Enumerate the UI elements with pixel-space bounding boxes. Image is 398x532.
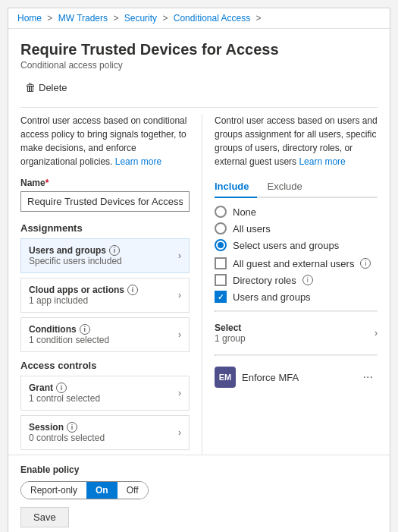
radio-select-users-label: Select users and groups <box>233 240 339 251</box>
group-ellipsis-button[interactable]: ··· <box>359 369 378 386</box>
radio-select-users[interactable]: Select users and groups <box>215 239 378 251</box>
access-controls-section-title: Access controls <box>20 360 190 371</box>
radio-group: None All users Select users and groups <box>215 206 378 251</box>
name-input[interactable] <box>20 191 190 212</box>
users-groups-info-icon[interactable]: i <box>109 245 120 256</box>
page-container: Home > MW Traders > Security > Condition… <box>8 8 390 532</box>
conditions-info-icon[interactable]: i <box>80 324 90 335</box>
breadcrumb-sep-1: > <box>47 13 55 24</box>
radio-select-users-circle <box>215 239 227 251</box>
checkbox-directory-roles-label: Directory roles <box>233 275 296 286</box>
access-control-session[interactable]: Session i 0 controls selected › <box>20 415 190 450</box>
guest-external-info-icon[interactable]: i <box>360 258 371 269</box>
access-control-grant-content: Grant i 1 control selected <box>29 382 178 404</box>
checkbox-guest-external-label: All guest and external users <box>233 258 354 269</box>
two-col-layout: Control user access based on conditional… <box>20 114 378 455</box>
page-title: Require Trusted Devices for Access <box>20 41 378 58</box>
access-control-grant-sub: 1 control selected <box>29 393 178 404</box>
grant-info-icon[interactable]: i <box>56 382 67 393</box>
users-groups-chevron-icon: › <box>178 250 181 261</box>
select-row-label: Select <box>215 323 246 333</box>
assignment-conditions[interactable]: Conditions i 1 condition selected › <box>20 317 190 352</box>
toggle-row: Report-only On Off <box>20 481 378 499</box>
directory-roles-info-icon[interactable]: i <box>302 275 313 285</box>
right-divider <box>215 310 378 312</box>
assignment-conditions-title: Conditions i <box>29 324 178 335</box>
breadcrumb-sep-2: > <box>113 13 121 24</box>
tab-exclude[interactable]: Exclude <box>268 176 310 198</box>
left-learn-more-link[interactable]: Learn more <box>115 156 161 167</box>
trash-icon: 🗑 <box>25 81 36 93</box>
radio-none-circle <box>215 206 227 218</box>
delete-button[interactable]: 🗑 Delete <box>20 78 72 96</box>
checkbox-directory-roles-box <box>215 274 227 286</box>
session-chevron-icon: › <box>178 427 181 438</box>
cloud-apps-info-icon[interactable]: i <box>127 285 138 295</box>
checkbox-group: All guest and external users i Directory… <box>215 257 378 303</box>
assignment-conditions-sub: 1 condition selected <box>29 335 178 345</box>
toggle-off[interactable]: Off <box>118 482 148 499</box>
breadcrumb-security[interactable]: Security <box>124 13 157 24</box>
access-control-session-content: Session i 0 controls selected <box>29 422 178 443</box>
checkbox-guest-external[interactable]: All guest and external users i <box>215 257 378 269</box>
enable-policy-label: Enable policy <box>20 464 378 475</box>
left-column: Control user access based on conditional… <box>20 114 202 455</box>
assignment-users-groups-content: Users and groups i Specific users includ… <box>29 245 178 266</box>
right-learn-more-link[interactable]: Learn more <box>299 156 345 167</box>
breadcrumb-mw-traders[interactable]: MW Traders <box>58 13 108 24</box>
group-item-enforce-mfa: EM Enforce MFA ··· <box>215 362 378 392</box>
assignment-users-groups[interactable]: Users and groups i Specific users includ… <box>20 238 190 273</box>
select-row[interactable]: Select 1 group › <box>215 318 378 348</box>
radio-all-users[interactable]: All users <box>215 222 378 235</box>
tab-row: Include Exclude <box>215 176 378 198</box>
access-control-session-sub: 0 controls selected <box>29 433 178 443</box>
checkbox-users-groups[interactable]: Users and groups <box>215 291 378 303</box>
select-row-chevron-icon: › <box>374 328 378 338</box>
bottom-bar: Enable policy Report-only On Off Save <box>8 455 390 532</box>
name-required: * <box>45 178 49 188</box>
delete-label: Delete <box>39 82 67 93</box>
select-row-content: Select 1 group <box>215 323 246 344</box>
assignment-cloud-apps[interactable]: Cloud apps or actions i 1 app included › <box>20 278 190 313</box>
assignment-conditions-content: Conditions i 1 condition selected <box>29 324 178 345</box>
right-description: Control user access based on users and g… <box>215 114 378 168</box>
conditions-chevron-icon: › <box>178 329 181 340</box>
breadcrumb: Home > MW Traders > Security > Condition… <box>8 8 390 29</box>
select-row-sub: 1 group <box>215 333 246 344</box>
breadcrumb-sep-4: > <box>256 13 262 24</box>
checkbox-directory-roles[interactable]: Directory roles i <box>215 274 378 286</box>
toggle-on[interactable]: On <box>86 482 118 499</box>
checkbox-guest-external-box <box>215 257 227 269</box>
assignment-cloud-apps-title: Cloud apps or actions i <box>29 285 178 295</box>
toggle-report-only[interactable]: Report-only <box>21 482 86 499</box>
access-control-grant[interactable]: Grant i 1 control selected › <box>20 376 190 411</box>
page-subtitle: Conditional access policy <box>20 60 378 71</box>
toolbar: 🗑 Delete <box>20 78 378 96</box>
breadcrumb-conditional-access[interactable]: Conditional Access <box>174 13 250 24</box>
toggle-group: Report-only On Off <box>20 481 149 499</box>
right-column: Control user access based on users and g… <box>202 114 378 455</box>
assignment-cloud-apps-sub: 1 app included <box>29 295 178 306</box>
session-info-icon[interactable]: i <box>67 422 77 433</box>
breadcrumb-sep-3: > <box>162 13 170 24</box>
assignment-users-groups-title: Users and groups i <box>29 245 178 256</box>
access-control-session-title: Session i <box>29 422 178 433</box>
grant-chevron-icon: › <box>178 388 181 398</box>
radio-all-users-label: All users <box>233 223 271 235</box>
left-description: Control user access based on conditional… <box>20 114 190 168</box>
main-content: Require Trusted Devices for Access Condi… <box>8 29 390 455</box>
tab-include[interactable]: Include <box>215 176 257 198</box>
assignment-users-groups-sub: Specific users included <box>29 256 178 266</box>
access-control-grant-title: Grant i <box>29 382 178 393</box>
group-name: Enforce MFA <box>242 372 353 383</box>
save-button[interactable]: Save <box>20 507 69 527</box>
toolbar-divider <box>20 107 378 108</box>
checkbox-users-groups-label: Users and groups <box>233 291 311 303</box>
assignment-cloud-apps-content: Cloud apps or actions i 1 app included <box>29 285 178 306</box>
cloud-apps-chevron-icon: › <box>178 290 181 301</box>
checkbox-users-groups-box <box>215 291 227 303</box>
radio-none-label: None <box>233 206 256 218</box>
name-label: Name* <box>20 178 190 188</box>
radio-none[interactable]: None <box>215 206 378 218</box>
breadcrumb-home[interactable]: Home <box>17 13 42 24</box>
